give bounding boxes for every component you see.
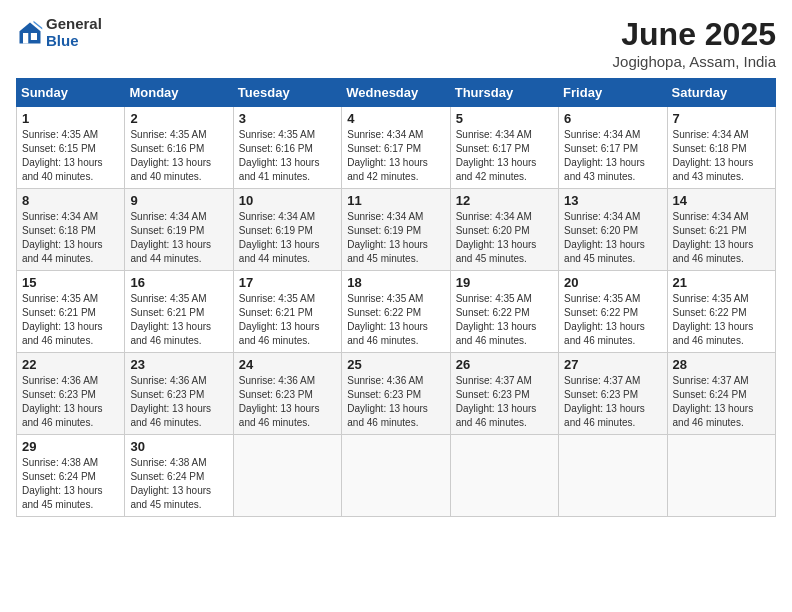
svg-marker-0 <box>20 22 41 43</box>
calendar-cell: 29 Sunrise: 4:38 AM Sunset: 6:24 PM Dayl… <box>17 435 125 517</box>
day-number: 21 <box>673 275 770 290</box>
svg-rect-3 <box>31 33 37 40</box>
logo-text: General Blue <box>46 16 102 49</box>
calendar-week-5: 29 Sunrise: 4:38 AM Sunset: 6:24 PM Dayl… <box>17 435 776 517</box>
day-info: Sunrise: 4:34 AM Sunset: 6:17 PM Dayligh… <box>456 128 553 184</box>
day-info: Sunrise: 4:35 AM Sunset: 6:15 PM Dayligh… <box>22 128 119 184</box>
day-number: 3 <box>239 111 336 126</box>
day-info: Sunrise: 4:35 AM Sunset: 6:16 PM Dayligh… <box>239 128 336 184</box>
day-info: Sunrise: 4:36 AM Sunset: 6:23 PM Dayligh… <box>130 374 227 430</box>
day-info: Sunrise: 4:35 AM Sunset: 6:22 PM Dayligh… <box>673 292 770 348</box>
header-tuesday: Tuesday <box>233 79 341 107</box>
day-info: Sunrise: 4:35 AM Sunset: 6:21 PM Dayligh… <box>239 292 336 348</box>
day-number: 7 <box>673 111 770 126</box>
calendar-cell <box>450 435 558 517</box>
month-title: June 2025 <box>613 16 776 53</box>
calendar-cell: 11 Sunrise: 4:34 AM Sunset: 6:19 PM Dayl… <box>342 189 450 271</box>
location-title: Jogighopa, Assam, India <box>613 53 776 70</box>
day-number: 18 <box>347 275 444 290</box>
day-info: Sunrise: 4:35 AM Sunset: 6:21 PM Dayligh… <box>22 292 119 348</box>
calendar-cell: 25 Sunrise: 4:36 AM Sunset: 6:23 PM Dayl… <box>342 353 450 435</box>
day-info: Sunrise: 4:38 AM Sunset: 6:24 PM Dayligh… <box>130 456 227 512</box>
day-info: Sunrise: 4:36 AM Sunset: 6:23 PM Dayligh… <box>22 374 119 430</box>
logo-general-text: General <box>46 16 102 33</box>
day-number: 4 <box>347 111 444 126</box>
calendar-cell: 30 Sunrise: 4:38 AM Sunset: 6:24 PM Dayl… <box>125 435 233 517</box>
calendar-cell <box>559 435 667 517</box>
title-area: June 2025 Jogighopa, Assam, India <box>613 16 776 70</box>
header-thursday: Thursday <box>450 79 558 107</box>
logo-icon <box>16 19 44 47</box>
calendar-cell: 1 Sunrise: 4:35 AM Sunset: 6:15 PM Dayli… <box>17 107 125 189</box>
day-info: Sunrise: 4:38 AM Sunset: 6:24 PM Dayligh… <box>22 456 119 512</box>
day-number: 20 <box>564 275 661 290</box>
day-number: 9 <box>130 193 227 208</box>
day-number: 16 <box>130 275 227 290</box>
calendar-cell: 19 Sunrise: 4:35 AM Sunset: 6:22 PM Dayl… <box>450 271 558 353</box>
logo-blue-text: Blue <box>46 33 102 50</box>
calendar-cell: 13 Sunrise: 4:34 AM Sunset: 6:20 PM Dayl… <box>559 189 667 271</box>
calendar-cell: 9 Sunrise: 4:34 AM Sunset: 6:19 PM Dayli… <box>125 189 233 271</box>
day-number: 15 <box>22 275 119 290</box>
day-info: Sunrise: 4:34 AM Sunset: 6:20 PM Dayligh… <box>456 210 553 266</box>
day-info: Sunrise: 4:34 AM Sunset: 6:21 PM Dayligh… <box>673 210 770 266</box>
day-info: Sunrise: 4:37 AM Sunset: 6:23 PM Dayligh… <box>456 374 553 430</box>
calendar-cell: 6 Sunrise: 4:34 AM Sunset: 6:17 PM Dayli… <box>559 107 667 189</box>
calendar-cell: 26 Sunrise: 4:37 AM Sunset: 6:23 PM Dayl… <box>450 353 558 435</box>
calendar-cell: 8 Sunrise: 4:34 AM Sunset: 6:18 PM Dayli… <box>17 189 125 271</box>
header-friday: Friday <box>559 79 667 107</box>
calendar-cell: 28 Sunrise: 4:37 AM Sunset: 6:24 PM Dayl… <box>667 353 775 435</box>
calendar-cell: 16 Sunrise: 4:35 AM Sunset: 6:21 PM Dayl… <box>125 271 233 353</box>
day-number: 6 <box>564 111 661 126</box>
day-number: 11 <box>347 193 444 208</box>
header: General Blue June 2025 Jogighopa, Assam,… <box>16 16 776 70</box>
calendar-cell: 14 Sunrise: 4:34 AM Sunset: 6:21 PM Dayl… <box>667 189 775 271</box>
day-number: 28 <box>673 357 770 372</box>
calendar-cell: 27 Sunrise: 4:37 AM Sunset: 6:23 PM Dayl… <box>559 353 667 435</box>
day-info: Sunrise: 4:36 AM Sunset: 6:23 PM Dayligh… <box>347 374 444 430</box>
calendar-cell: 24 Sunrise: 4:36 AM Sunset: 6:23 PM Dayl… <box>233 353 341 435</box>
calendar-header-row: SundayMondayTuesdayWednesdayThursdayFrid… <box>17 79 776 107</box>
day-number: 8 <box>22 193 119 208</box>
day-number: 30 <box>130 439 227 454</box>
calendar-cell <box>667 435 775 517</box>
calendar-cell: 12 Sunrise: 4:34 AM Sunset: 6:20 PM Dayl… <box>450 189 558 271</box>
calendar-cell: 7 Sunrise: 4:34 AM Sunset: 6:18 PM Dayli… <box>667 107 775 189</box>
day-number: 24 <box>239 357 336 372</box>
day-info: Sunrise: 4:34 AM Sunset: 6:17 PM Dayligh… <box>564 128 661 184</box>
day-info: Sunrise: 4:35 AM Sunset: 6:21 PM Dayligh… <box>130 292 227 348</box>
day-info: Sunrise: 4:34 AM Sunset: 6:20 PM Dayligh… <box>564 210 661 266</box>
day-info: Sunrise: 4:35 AM Sunset: 6:16 PM Dayligh… <box>130 128 227 184</box>
day-number: 14 <box>673 193 770 208</box>
day-number: 13 <box>564 193 661 208</box>
header-monday: Monday <box>125 79 233 107</box>
day-number: 2 <box>130 111 227 126</box>
day-info: Sunrise: 4:34 AM Sunset: 6:17 PM Dayligh… <box>347 128 444 184</box>
calendar-cell: 23 Sunrise: 4:36 AM Sunset: 6:23 PM Dayl… <box>125 353 233 435</box>
calendar-week-3: 15 Sunrise: 4:35 AM Sunset: 6:21 PM Dayl… <box>17 271 776 353</box>
calendar-cell: 17 Sunrise: 4:35 AM Sunset: 6:21 PM Dayl… <box>233 271 341 353</box>
calendar-cell: 10 Sunrise: 4:34 AM Sunset: 6:19 PM Dayl… <box>233 189 341 271</box>
calendar-cell: 22 Sunrise: 4:36 AM Sunset: 6:23 PM Dayl… <box>17 353 125 435</box>
calendar-cell <box>342 435 450 517</box>
day-info: Sunrise: 4:36 AM Sunset: 6:23 PM Dayligh… <box>239 374 336 430</box>
day-info: Sunrise: 4:37 AM Sunset: 6:23 PM Dayligh… <box>564 374 661 430</box>
calendar-cell: 4 Sunrise: 4:34 AM Sunset: 6:17 PM Dayli… <box>342 107 450 189</box>
day-info: Sunrise: 4:35 AM Sunset: 6:22 PM Dayligh… <box>564 292 661 348</box>
calendar-cell <box>233 435 341 517</box>
calendar-week-2: 8 Sunrise: 4:34 AM Sunset: 6:18 PM Dayli… <box>17 189 776 271</box>
day-info: Sunrise: 4:35 AM Sunset: 6:22 PM Dayligh… <box>347 292 444 348</box>
day-number: 23 <box>130 357 227 372</box>
day-number: 1 <box>22 111 119 126</box>
day-number: 17 <box>239 275 336 290</box>
day-info: Sunrise: 4:34 AM Sunset: 6:18 PM Dayligh… <box>22 210 119 266</box>
day-number: 12 <box>456 193 553 208</box>
day-info: Sunrise: 4:37 AM Sunset: 6:24 PM Dayligh… <box>673 374 770 430</box>
calendar-cell: 3 Sunrise: 4:35 AM Sunset: 6:16 PM Dayli… <box>233 107 341 189</box>
day-number: 27 <box>564 357 661 372</box>
header-saturday: Saturday <box>667 79 775 107</box>
calendar-cell: 20 Sunrise: 4:35 AM Sunset: 6:22 PM Dayl… <box>559 271 667 353</box>
day-info: Sunrise: 4:34 AM Sunset: 6:19 PM Dayligh… <box>130 210 227 266</box>
calendar-table: SundayMondayTuesdayWednesdayThursdayFrid… <box>16 78 776 517</box>
day-number: 5 <box>456 111 553 126</box>
